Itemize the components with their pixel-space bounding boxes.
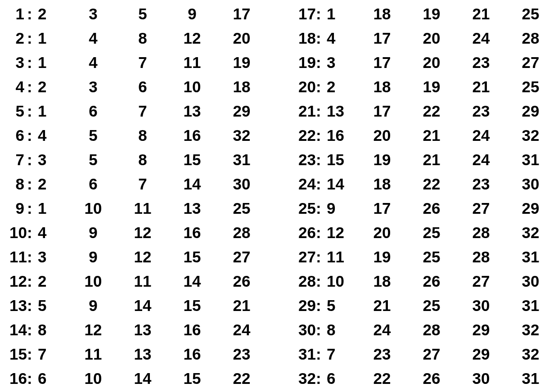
- table-row: 15:711131623: [2, 342, 266, 366]
- table-row: 25:917262729: [291, 196, 555, 221]
- table-row: 18:417202428: [291, 26, 555, 50]
- table-row: 9:110111325: [2, 196, 266, 221]
- left-column: 1:235917 2:1481220 3:1471119 4:2361018 5…: [2, 2, 266, 391]
- table-row: 2:1481220: [2, 26, 266, 50]
- table-row: 12:210111426: [2, 269, 266, 293]
- table-row: 6:4581632: [2, 123, 266, 148]
- table-row: 11:39121527: [2, 245, 266, 269]
- table-row: 20:218192125: [291, 75, 555, 99]
- table-row: 29:521253031: [291, 293, 555, 318]
- table-row: 31:723272932: [291, 342, 555, 366]
- table-row: 27:1119252831: [291, 245, 555, 269]
- right-column: 17:118192125 18:417202428 19:317202327 2…: [291, 2, 555, 391]
- table-row: 10:49121628: [2, 221, 266, 245]
- table-row: 13:59141521: [2, 293, 266, 318]
- table-row: 3:1471119: [2, 50, 266, 75]
- table-row: 4:2361018: [2, 75, 266, 99]
- table-row: 5:1671329: [2, 99, 266, 123]
- table-row: 8:2671430: [2, 172, 266, 196]
- table-row: 30:824282932: [291, 318, 555, 342]
- table-row: 17:118192125: [291, 2, 555, 26]
- table-row: 19:317202327: [291, 50, 555, 75]
- table-row: 28:1018262730: [291, 269, 555, 293]
- table-row: 7:3581531: [2, 148, 266, 172]
- table-row: 16:610141522: [2, 366, 266, 391]
- table-row: 22:1620212432: [291, 123, 555, 148]
- table-row: 1:235917: [2, 2, 266, 26]
- table-row: 26:1220252832: [291, 221, 555, 245]
- table-row: 21:1317222329: [291, 99, 555, 123]
- table-row: 24:1418222330: [291, 172, 555, 196]
- table-row: 32:622263031: [291, 366, 555, 391]
- table-row: 23:1519212431: [291, 148, 555, 172]
- table-row: 14:812131624: [2, 318, 266, 342]
